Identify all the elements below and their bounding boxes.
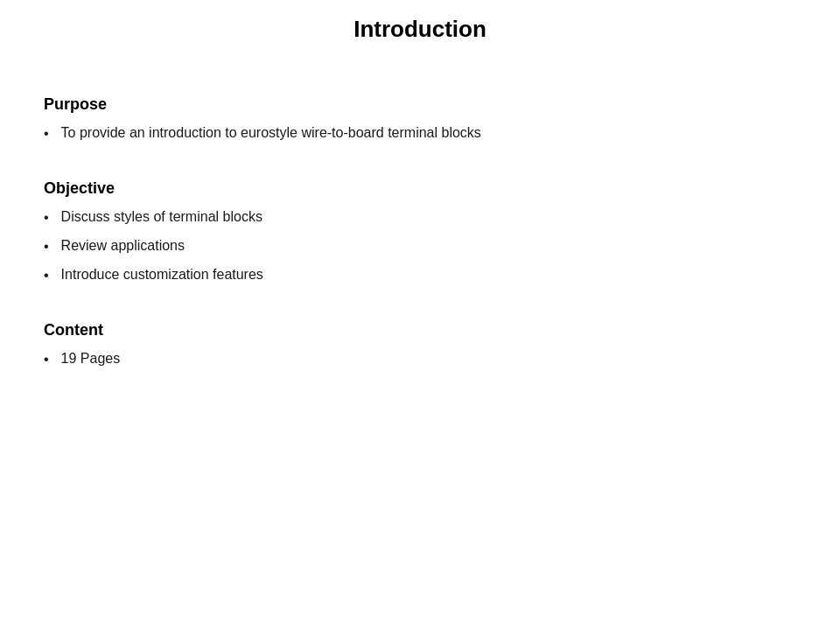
bullet-icon: • — [44, 123, 49, 144]
objective-item-2: Review applications — [61, 235, 185, 256]
content-area: Purpose • To provide an introduction to … — [35, 95, 805, 405]
page: Introduction Purpose • To provide an int… — [0, 0, 840, 630]
objective-heading: Objective — [44, 179, 805, 198]
objective-list: • Discuss styles of terminal blocks • Re… — [44, 206, 805, 286]
purpose-heading: Purpose — [44, 95, 805, 114]
bullet-icon: • — [44, 236, 49, 257]
list-item: • Discuss styles of terminal blocks — [44, 206, 805, 228]
list-item: • To provide an introduction to eurostyl… — [44, 122, 805, 144]
objective-section: Objective • Discuss styles of terminal b… — [44, 179, 805, 286]
objective-item-1: Discuss styles of terminal blocks — [61, 206, 262, 228]
list-item: • Introduce customization features — [44, 264, 805, 286]
content-list: • 19 Pages — [44, 348, 805, 370]
bullet-icon: • — [44, 349, 49, 370]
list-item: • Review applications — [44, 235, 805, 257]
content-heading: Content — [44, 321, 805, 340]
bullet-icon: • — [44, 207, 49, 228]
list-item: • 19 Pages — [44, 348, 805, 370]
purpose-item-1: To provide an introduction to eurostyle … — [61, 122, 481, 144]
page-title: Introduction — [35, 16, 805, 43]
purpose-section: Purpose • To provide an introduction to … — [44, 95, 805, 144]
content-item-1: 19 Pages — [61, 348, 121, 369]
bullet-icon: • — [44, 265, 49, 286]
content-section: Content • 19 Pages — [44, 321, 805, 370]
objective-item-3: Introduce customization features — [61, 264, 263, 285]
purpose-list: • To provide an introduction to eurostyl… — [44, 122, 805, 144]
